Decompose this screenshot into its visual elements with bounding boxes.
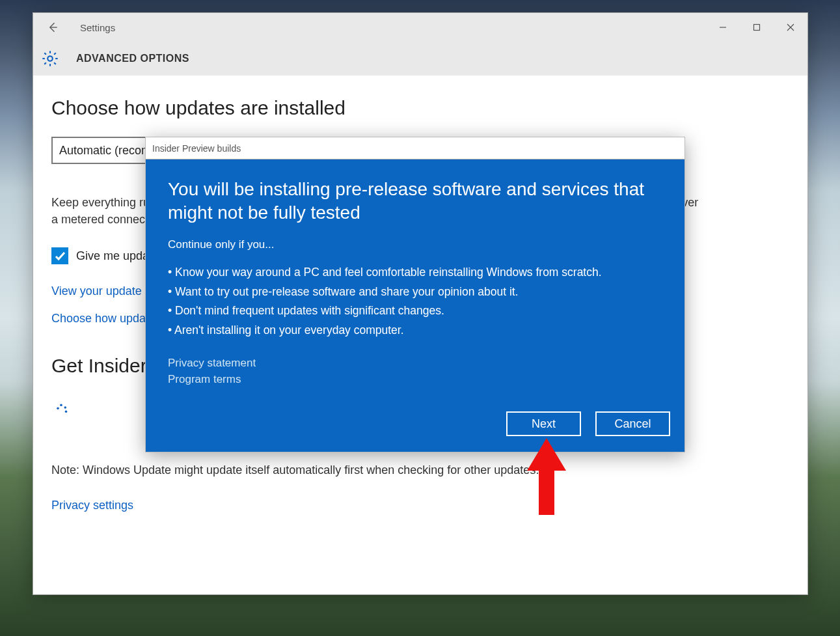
- svg-line-13: [44, 62, 46, 64]
- svg-point-14: [60, 404, 62, 406]
- svg-rect-2: [754, 25, 760, 31]
- svg-point-5: [47, 56, 52, 61]
- svg-point-15: [64, 406, 67, 409]
- dialog-bullet: Want to try out pre-release software and…: [168, 283, 662, 302]
- dialog-bullet: Don't mind frequent updates with signifi…: [168, 301, 662, 321]
- svg-line-12: [54, 53, 56, 55]
- dialog-bullet-list: Know your way around a PC and feel comfo…: [168, 263, 662, 340]
- link-privacy-settings[interactable]: Privacy settings: [51, 499, 133, 512]
- back-button[interactable]: [33, 13, 72, 42]
- header-band: ADVANCED OPTIONS: [33, 42, 807, 76]
- close-icon: [787, 23, 794, 31]
- page-title: ADVANCED OPTIONS: [76, 53, 189, 64]
- loading-spinner-icon: [51, 401, 71, 421]
- minimize-button[interactable]: [706, 13, 740, 42]
- svg-point-17: [57, 407, 59, 409]
- maximize-button[interactable]: [740, 13, 774, 42]
- maximize-icon: [753, 23, 761, 31]
- svg-line-11: [54, 62, 56, 64]
- dialog-intro: Continue only if you...: [168, 238, 662, 251]
- insider-preview-dialog: Insider Preview builds You will be insta…: [145, 137, 685, 452]
- checkmark-icon: [53, 249, 66, 262]
- window-title: Settings: [80, 22, 115, 33]
- window-titlebar: Settings: [33, 13, 807, 42]
- dialog-body: You will be installing pre-release softw…: [146, 159, 684, 411]
- dialog-bullet: Aren't installing it on your everyday co…: [168, 321, 662, 340]
- next-button[interactable]: Next: [506, 411, 581, 436]
- gear-icon: [41, 49, 59, 68]
- minimize-icon: [719, 23, 727, 31]
- svg-point-16: [65, 410, 68, 413]
- dialog-titlebar: Insider Preview builds: [146, 137, 684, 159]
- dialog-bullet: Know your way around a PC and feel comfo…: [168, 263, 662, 283]
- dialog-heading: You will be installing pre-release softw…: [168, 178, 662, 225]
- other-products-checkbox[interactable]: [51, 247, 68, 264]
- close-button[interactable]: [774, 13, 807, 42]
- section-heading-updates: Choose how updates are installed: [51, 94, 789, 122]
- dialog-link-privacy[interactable]: Privacy statement: [168, 355, 662, 372]
- dialog-link-terms[interactable]: Program terms: [168, 371, 662, 388]
- dialog-button-row: Next Cancel: [146, 411, 684, 452]
- cancel-button[interactable]: Cancel: [595, 411, 670, 436]
- arrow-left-icon: [46, 21, 59, 34]
- dialog-title: Insider Preview builds: [152, 143, 241, 154]
- svg-line-10: [44, 53, 46, 55]
- update-note: Note: Windows Update might update itself…: [51, 462, 789, 478]
- window-controls: [706, 13, 807, 42]
